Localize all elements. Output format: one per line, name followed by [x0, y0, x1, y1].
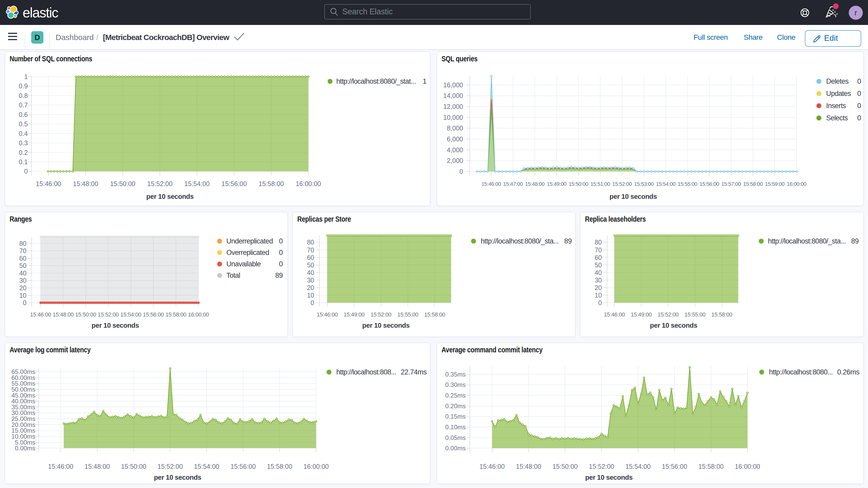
svg-text:0: 0 — [24, 167, 28, 175]
svg-text:0.6: 0.6 — [19, 111, 28, 118]
svg-text:65.00ms: 65.00ms — [11, 368, 35, 375]
svg-text:15:55:00: 15:55:00 — [397, 311, 418, 318]
svg-text:70: 70 — [19, 247, 27, 254]
svg-text:50: 50 — [19, 262, 27, 269]
svg-text:http://localhost:8080...: http://localhost:8080... — [769, 368, 833, 376]
svg-text:15:48:00: 15:48:00 — [53, 311, 74, 318]
svg-text:60: 60 — [307, 254, 314, 261]
svg-text:15:46:00: 15:46:00 — [317, 311, 338, 318]
svg-text:12,000: 12,000 — [443, 103, 463, 110]
svg-text:0: 0 — [598, 299, 602, 306]
svg-text:15:52:00: 15:52:00 — [157, 463, 183, 470]
svg-text:15:48:00: 15:48:00 — [525, 181, 545, 187]
svg-text:8,000: 8,000 — [447, 124, 463, 132]
svg-text:15:58:00: 15:58:00 — [698, 463, 723, 470]
svg-text:Selects: Selects — [826, 114, 848, 122]
svg-text:15:57:00: 15:57:00 — [721, 181, 741, 187]
svg-text:0.25ms: 0.25ms — [445, 392, 466, 399]
svg-text:15:52:00: 15:52:00 — [98, 311, 119, 318]
svg-text:10: 10 — [19, 292, 27, 299]
svg-text:15:50:00: 15:50:00 — [569, 181, 588, 187]
svg-text:0: 0 — [857, 114, 861, 122]
svg-text:89: 89 — [851, 237, 859, 245]
svg-text:16:00:00: 16:00:00 — [304, 463, 329, 470]
svg-text:per 10 seconds: per 10 seconds — [362, 322, 410, 329]
svg-text:0.30ms: 0.30ms — [445, 381, 466, 388]
svg-text:per 10 seconds: per 10 seconds — [585, 474, 632, 481]
svg-text:89: 89 — [564, 237, 572, 245]
svg-text:15:48:00: 15:48:00 — [516, 463, 541, 470]
svg-text:15:56:00: 15:56:00 — [230, 463, 256, 470]
svg-text:0: 0 — [460, 168, 463, 175]
svg-text:0.15ms: 0.15ms — [445, 413, 466, 420]
svg-text:15:51:00: 15:51:00 — [590, 181, 610, 187]
svg-text:per 10 seconds: per 10 seconds — [91, 322, 139, 329]
svg-text:16:00:00: 16:00:00 — [735, 463, 760, 470]
svg-text:0.2: 0.2 — [19, 149, 28, 156]
svg-text:16:00:00: 16:00:00 — [296, 180, 321, 187]
svg-text:89: 89 — [275, 272, 283, 279]
svg-text:16:00:00: 16:00:00 — [188, 311, 209, 318]
svg-text:0: 0 — [279, 260, 283, 268]
svg-text:60: 60 — [19, 255, 27, 262]
svg-text:15:58:00: 15:58:00 — [711, 311, 732, 318]
svg-text:0: 0 — [857, 90, 861, 97]
svg-text:0.00ms: 0.00ms — [445, 445, 466, 452]
svg-text:15:53:00: 15:53:00 — [634, 181, 654, 187]
svg-text:15:46:00: 15:46:00 — [479, 463, 505, 470]
svg-text:per 10 seconds: per 10 seconds — [146, 192, 194, 200]
svg-text:0.20ms: 0.20ms — [445, 402, 466, 409]
svg-text:15:58:00: 15:58:00 — [165, 311, 187, 318]
svg-text:15:49:00: 15:49:00 — [631, 311, 652, 318]
svg-text:15:50:00: 15:50:00 — [553, 463, 578, 470]
svg-text:15:46:00: 15:46:00 — [30, 311, 51, 318]
svg-text:16:00:00: 16:00:00 — [787, 181, 806, 187]
svg-text:30: 30 — [19, 277, 27, 284]
svg-text:15:55:00: 15:55:00 — [678, 181, 697, 187]
svg-text:0.5: 0.5 — [19, 120, 28, 128]
svg-text:2,000: 2,000 — [447, 157, 463, 164]
svg-text:15:54:00: 15:54:00 — [184, 180, 210, 187]
svg-text:6,000: 6,000 — [447, 135, 463, 143]
svg-text:0.4: 0.4 — [19, 130, 28, 137]
svg-text:15:59:00: 15:59:00 — [765, 181, 784, 187]
svg-text:15:52:00: 15:52:00 — [371, 311, 392, 318]
svg-text:0.8: 0.8 — [19, 92, 28, 99]
svg-text:15:50:00: 15:50:00 — [121, 463, 146, 470]
svg-text:0: 0 — [857, 102, 861, 110]
svg-text:22.74ms: 22.74ms — [401, 368, 427, 376]
svg-text:15:52:00: 15:52:00 — [658, 311, 679, 318]
svg-text:0: 0 — [279, 249, 283, 256]
svg-text:0.7: 0.7 — [19, 101, 28, 109]
svg-text:Overreplicated: Overreplicated — [226, 249, 269, 256]
svg-text:10: 10 — [595, 292, 602, 299]
svg-text:Updates: Updates — [826, 90, 851, 97]
svg-text:60: 60 — [595, 254, 602, 261]
svg-text:70: 70 — [595, 246, 602, 254]
svg-text:per 10 seconds: per 10 seconds — [610, 192, 657, 200]
svg-text:1: 1 — [24, 73, 28, 80]
svg-text:15:50:00: 15:50:00 — [75, 311, 96, 318]
svg-text:0.26ms: 0.26ms — [837, 368, 860, 376]
svg-text:15:46:00: 15:46:00 — [482, 181, 501, 187]
svg-text:30: 30 — [307, 276, 314, 284]
svg-text:4,000: 4,000 — [447, 146, 463, 154]
svg-text:15:56:00: 15:56:00 — [662, 463, 687, 470]
svg-text:15:58:00: 15:58:00 — [267, 463, 292, 470]
svg-text:50: 50 — [595, 262, 602, 269]
svg-text:1: 1 — [423, 78, 427, 85]
svg-text:20: 20 — [307, 284, 314, 291]
svg-text:15:54:00: 15:54:00 — [194, 463, 219, 470]
svg-text:40: 40 — [19, 270, 27, 277]
svg-text:20: 20 — [19, 284, 27, 292]
svg-text:0: 0 — [279, 237, 283, 245]
svg-text:0.05ms: 0.05ms — [445, 434, 466, 441]
svg-text:80: 80 — [19, 240, 27, 247]
svg-text:15:58:00: 15:58:00 — [258, 180, 284, 187]
svg-text:15:49:00: 15:49:00 — [344, 311, 365, 318]
svg-text:15:46:00: 15:46:00 — [48, 463, 73, 470]
svg-text:per 10 seconds: per 10 seconds — [650, 322, 697, 329]
svg-text:15:52:00: 15:52:00 — [589, 463, 614, 470]
svg-text:80: 80 — [595, 239, 602, 246]
svg-text:0.35ms: 0.35ms — [445, 371, 466, 378]
